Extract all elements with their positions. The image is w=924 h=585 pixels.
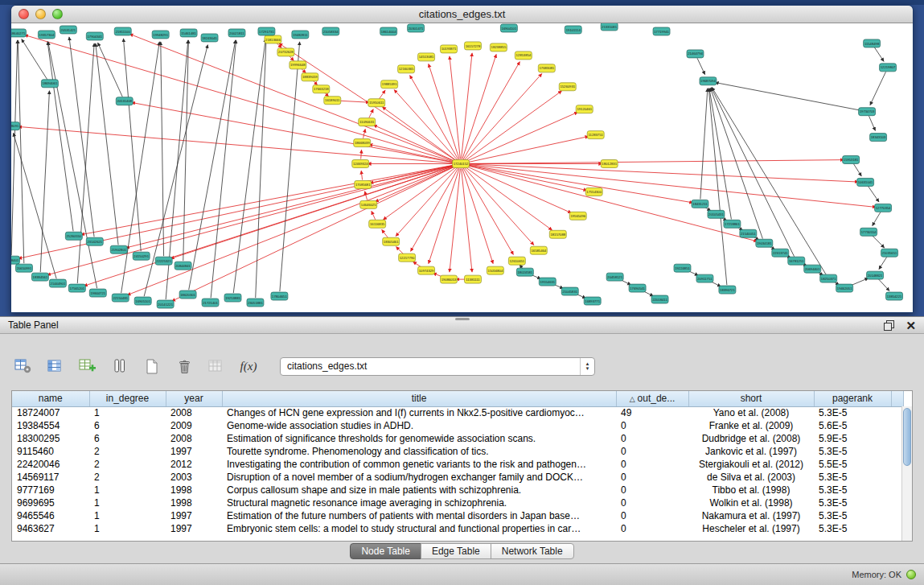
graph-node[interactable]: 16904101	[500, 24, 517, 32]
graph-node[interactable]: 19844721	[89, 289, 106, 297]
table-row[interactable]: 2242004622012Investigating the contribut…	[12, 458, 903, 471]
graph-node[interactable]: 18243041	[201, 34, 218, 42]
graph-node[interactable]: 19462051	[836, 284, 853, 292]
graph-node[interactable]: 18396721	[719, 286, 736, 294]
graph-node[interactable]: 17085681	[355, 180, 372, 188]
minimize-window-button[interactable]	[35, 9, 46, 19]
graph-node[interactable]: 12217790	[399, 253, 416, 262]
graph-node[interactable]: 12853854	[515, 51, 532, 60]
graph-node[interactable]: 17565201	[68, 284, 85, 292]
graph-node[interactable]: 18250371	[820, 274, 837, 282]
graph-node[interactable]: 21444901	[49, 279, 66, 287]
graph-node[interactable]: 17218861	[724, 220, 741, 228]
graph-node[interactable]: 15950611	[368, 99, 385, 107]
close-window-button[interactable]	[18, 9, 29, 19]
graph-node[interactable]: 23051881	[247, 299, 264, 307]
graph-node[interactable]: 21811100	[114, 27, 131, 35]
table-row[interactable]: 1938455462009Genome-wide association stu…	[12, 419, 903, 432]
graph-node[interactable]: 21540051	[740, 229, 757, 237]
table-row[interactable]: 946554611997Estimation of the future num…	[12, 509, 903, 522]
graph-node[interactable]: 18343103	[870, 134, 887, 142]
graph-node[interactable]: 12160365	[398, 65, 415, 73]
graph-node[interactable]: 18024581	[516, 268, 533, 276]
graph-node[interactable]: 11090631	[359, 118, 376, 126]
graph-node[interactable]: 19378091	[11, 122, 19, 130]
table-row[interactable]: 1456911722003Disruption of a novel membe…	[12, 471, 903, 484]
graph-node[interactable]: 15461481	[180, 29, 197, 37]
graph-node[interactable]: 18238855	[490, 43, 507, 51]
graph-node[interactable]: 19734703	[859, 108, 876, 116]
table-row[interactable]: 946362711997Embryonic stem cells: a mode…	[12, 522, 903, 535]
graph-node[interactable]: 19034181	[756, 239, 773, 247]
graph-node[interactable]: 18384561	[31, 273, 48, 281]
graph-node[interactable]: 18157088	[549, 230, 566, 238]
graph-node[interactable]: 16905101	[134, 297, 151, 305]
graph-node[interactable]: 17730554	[860, 228, 877, 236]
network-graph[interactable]: 1724015218012831175543001956549618157088…	[11, 23, 913, 312]
graph-node[interactable]: 16157278	[464, 42, 481, 50]
graph-node[interactable]: 12610651	[508, 257, 525, 265]
graph-node[interactable]: 22018411	[651, 295, 668, 303]
column-header-title[interactable]: title	[222, 391, 616, 406]
graph-node[interactable]: 20531421	[60, 26, 76, 34]
graph-node[interactable]: 16893771	[584, 297, 601, 305]
graph-node[interactable]: 11548498	[864, 39, 881, 47]
graph-node[interactable]: 20911751	[696, 274, 713, 282]
graph-node[interactable]: 20844841	[175, 262, 191, 270]
graph-node[interactable]: 17904341	[86, 32, 103, 40]
graph-node[interactable]: 15056804	[487, 266, 503, 274]
graph-node[interactable]: 20301471	[408, 24, 425, 32]
graph-node[interactable]: 17663218	[313, 85, 330, 93]
graph-node[interactable]: 16116835	[369, 220, 386, 228]
tab-network-table[interactable]: Network Table	[491, 543, 574, 559]
zoom-window-button[interactable]	[52, 9, 63, 19]
graph-node[interactable]: 19996648	[290, 61, 306, 69]
graph-node[interactable]: 12219807	[880, 64, 897, 72]
graph-node[interactable]: 19048401	[11, 256, 19, 264]
graph-node[interactable]: 17690541	[629, 284, 646, 292]
graph-node[interactable]: 12469324	[352, 160, 369, 168]
new-file-icon[interactable]	[142, 356, 162, 376]
graph-node[interactable]: 19687094	[700, 77, 717, 85]
graph-node[interactable]: 13854221	[886, 292, 903, 300]
table-scrollbar[interactable]	[901, 406, 912, 541]
tab-node-table[interactable]: Node Table	[350, 543, 421, 559]
column-layout-icon[interactable]	[109, 356, 130, 376]
graph-node[interactable]: 20694401	[804, 265, 821, 273]
close-panel-icon[interactable]: ✕	[906, 319, 916, 332]
graph-node[interactable]: 22150481	[112, 294, 129, 302]
table-row[interactable]: 1830029562008Estimation of significance …	[12, 432, 903, 445]
graph-node[interactable]: 16781251	[788, 257, 805, 265]
graph-node[interactable]: 11381111	[464, 275, 481, 283]
graph-node[interactable]: 18431211	[692, 200, 708, 208]
graph-node[interactable]: 17554300	[585, 187, 602, 196]
graph-node[interactable]: 10974329	[418, 266, 435, 274]
graph-node[interactable]: 20458121	[606, 273, 623, 281]
graph-node[interactable]: 17719941	[653, 27, 670, 35]
show-columns-icon[interactable]	[45, 356, 66, 376]
graph-node[interactable]: 23142621	[86, 237, 103, 245]
graph-node[interactable]: 14646025	[360, 200, 377, 208]
splitter-handle[interactable]	[455, 318, 470, 320]
graph-node[interactable]: 20141221	[157, 300, 174, 308]
function-builder-icon[interactable]: f(x)	[238, 356, 259, 376]
graph-node[interactable]: 16189011	[324, 97, 341, 105]
graph-node[interactable]: 20148821	[867, 271, 884, 279]
graph-node[interactable]: 21045831	[561, 287, 578, 295]
graph-node[interactable]: 20732628	[277, 48, 294, 56]
graph-node[interactable]: 21035651	[881, 249, 898, 257]
graph-node[interactable]: 19120461	[576, 105, 593, 113]
graph-node[interactable]: 11283751	[587, 131, 604, 139]
graph-node[interactable]: 19357304	[38, 31, 55, 39]
table-row[interactable]: 977716911998Corpus callosum shape and si…	[12, 484, 903, 496]
graph-node[interactable]: 18694061	[41, 80, 58, 88]
graph-node[interactable]: 17240152	[453, 160, 470, 168]
table-row[interactable]: 911546021997Tourette syndrome. Phenomeno…	[12, 445, 903, 458]
column-header-out-degree[interactable]: △out_de...	[616, 391, 688, 406]
graph-node[interactable]: 18614004	[380, 27, 397, 35]
tab-edge-table[interactable]: Edge Table	[421, 543, 491, 559]
column-header-pagerank[interactable]: pagerank	[814, 391, 891, 406]
table-mode-icon[interactable]	[13, 356, 34, 376]
column-header-short[interactable]: short	[688, 391, 814, 406]
graph-node[interactable]: 21464794	[687, 50, 704, 58]
